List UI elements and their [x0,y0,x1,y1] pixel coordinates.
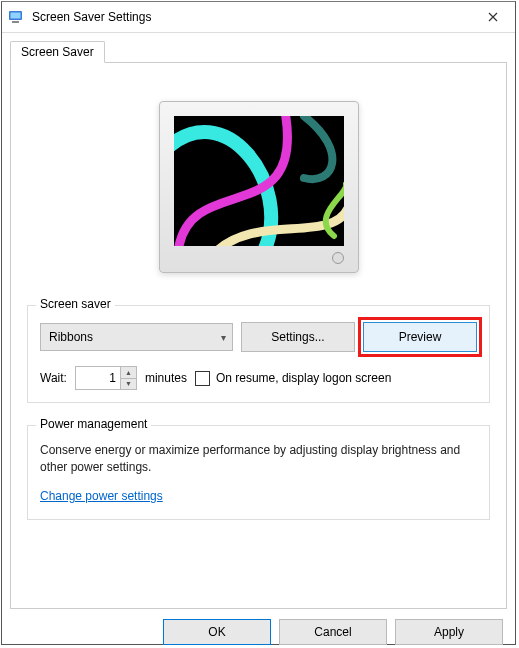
change-power-settings-link[interactable]: Change power settings [40,489,163,503]
screensaver-group: Screen saver Ribbons ▾ Settings... Previ… [27,305,490,403]
checkbox-box [195,371,210,386]
apply-button[interactable]: Apply [395,619,503,645]
titlebar: Screen Saver Settings [2,2,515,33]
resume-checkbox-label: On resume, display logon screen [216,371,391,385]
resume-checkbox[interactable]: On resume, display logon screen [195,371,391,386]
tab-screensaver[interactable]: Screen Saver [10,41,105,63]
tab-area: Screen Saver [2,33,515,609]
screensaver-select[interactable]: Ribbons ▾ [40,323,233,351]
window-title: Screen Saver Settings [32,10,470,24]
wait-units: minutes [145,371,187,385]
preview-button-highlight: Preview [358,317,482,357]
screensaver-select-value: Ribbons [49,330,93,344]
power-description: Conserve energy or maximize performance … [40,442,477,477]
wait-step-up[interactable]: ▲ [121,367,136,379]
svg-rect-2 [12,21,19,23]
dialog-buttons: OK Cancel Apply [2,609,515,646]
wait-label: Wait: [40,371,67,385]
svg-rect-1 [11,13,21,19]
ok-button[interactable]: OK [163,619,271,645]
preview-button[interactable]: Preview [363,322,477,352]
window: Screen Saver Settings Screen Saver [1,1,516,645]
wait-step-down[interactable]: ▼ [121,379,136,390]
screensaver-group-label: Screen saver [36,297,115,311]
settings-button[interactable]: Settings... [241,322,355,352]
power-group-label: Power management [36,417,151,431]
chevron-down-icon: ▾ [221,332,226,343]
screensaver-preview-monitor [27,77,490,297]
cancel-button[interactable]: Cancel [279,619,387,645]
power-group: Power management Conserve energy or maxi… [27,425,490,520]
wait-spinner[interactable]: ▲ ▼ [75,366,137,390]
app-icon [8,9,24,25]
wait-input[interactable] [76,367,120,389]
close-button[interactable] [470,2,515,32]
